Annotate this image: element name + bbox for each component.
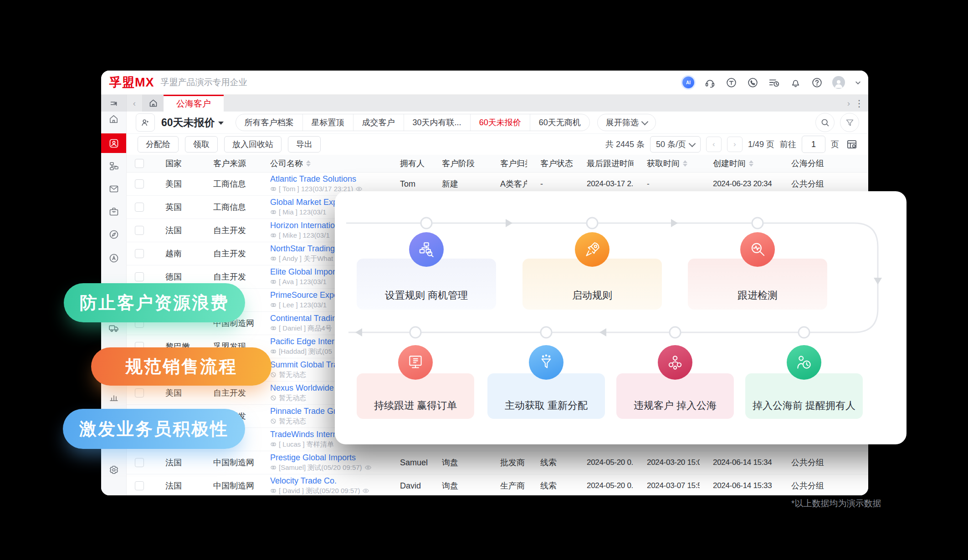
view-switch-button[interactable]	[136, 113, 155, 132]
company-activity: [ Andy ] 关于What	[270, 255, 333, 263]
sidebar-collapse-icon[interactable]	[101, 95, 127, 112]
company-link[interactable]: Prestige Global Imports	[270, 453, 356, 463]
chevron-down-icon[interactable]	[855, 76, 861, 88]
table-row[interactable]: 法国中国制造网Prestige Global Imports[Samuel] 测…	[127, 451, 868, 474]
tab-back-icon[interactable]: ‹	[127, 95, 143, 112]
rules-flow-panel: 设置规则 商机管理启动规则跟进检测持续跟进 赢得订单主动获取 重新分配违规客户 …	[335, 191, 907, 444]
sidebar-item-home[interactable]	[108, 113, 120, 125]
tab-public-sea-customers[interactable]: 公海客户	[164, 95, 224, 112]
row-checkbox[interactable]	[135, 179, 144, 188]
translate-icon[interactable]	[725, 76, 737, 88]
sidebar-item-mail-icon[interactable]	[108, 183, 120, 195]
column-header: 客户阶段	[429, 158, 487, 169]
headset-icon[interactable]	[704, 76, 716, 88]
link-icon	[270, 186, 277, 192]
row-checkbox[interactable]	[135, 388, 144, 397]
company-link[interactable]: NorthStar Trading C	[270, 244, 343, 254]
bell-icon[interactable]	[789, 76, 801, 88]
next-page-button[interactable]: ›	[727, 137, 743, 152]
benefit-pill-blue: 激发业务员积极性	[63, 409, 245, 449]
view-title-dropdown[interactable]: 60天未报价	[161, 116, 224, 130]
row-checkbox[interactable]	[135, 249, 144, 258]
recycle-bin-button[interactable]: 放入回收站	[224, 136, 282, 153]
avatar[interactable]	[832, 76, 845, 89]
page-size-select[interactable]: 50 条/页	[650, 136, 701, 153]
tab-more-icon[interactable]: ⋮	[855, 99, 864, 108]
sidebar-item-compass-icon[interactable]	[108, 229, 120, 240]
column-label: 客户来源	[213, 158, 246, 169]
sidebar-item-customers[interactable]	[101, 133, 126, 153]
no-activity-icon	[270, 372, 277, 378]
row-checkbox[interactable]	[135, 458, 144, 467]
company-link[interactable]: Pacific Edge Interna	[270, 337, 343, 346]
select-all-checkbox[interactable]	[135, 159, 144, 168]
company-activity: 暂无动态	[270, 417, 306, 425]
search-button[interactable]	[815, 113, 835, 132]
ai-assistant-icon[interactable]: AI	[682, 76, 694, 88]
cell-stage: 新建	[429, 178, 487, 189]
company-link[interactable]: Pinnacle Trade Gro	[270, 407, 341, 416]
eye-icon[interactable]	[364, 464, 372, 471]
sidebar-item-org-icon[interactable]	[108, 160, 120, 172]
cell-stage: 询盘	[429, 480, 487, 491]
assign-to-button[interactable]: 分配给	[138, 136, 179, 153]
company-link[interactable]: Velocity Trade Co.	[270, 477, 337, 486]
filter-tab-60天无商机[interactable]: 60天无商机	[530, 114, 589, 131]
filter-tab-成交客户[interactable]: 成交客户	[353, 114, 404, 131]
row-checkbox[interactable]	[135, 272, 144, 281]
company-link[interactable]: Global Market Expo	[270, 198, 342, 207]
goto-page-input[interactable]	[802, 136, 825, 153]
claim-button[interactable]: 领取	[185, 136, 218, 153]
filter-tab-所有客户档案[interactable]: 所有客户档案	[236, 114, 303, 131]
eye-icon[interactable]	[362, 487, 369, 494]
flow-step-card: 启动规则	[522, 259, 662, 310]
sidebar-item-ai-icon[interactable]	[108, 252, 120, 264]
expand-filter-button[interactable]: 展开筛选	[597, 114, 656, 131]
column-settings-icon[interactable]	[845, 137, 859, 152]
company-link[interactable]: PrimeSource Export	[270, 291, 343, 300]
whatsapp-icon[interactable]	[747, 76, 758, 88]
sort-icon[interactable]	[683, 160, 687, 167]
tab-forward-icon[interactable]: ›	[847, 98, 850, 108]
activity-text: 暂无动态	[279, 371, 306, 379]
company-activity: [Samuel] 测试(05/20 09:57)	[270, 464, 372, 472]
no-activity-icon	[270, 395, 277, 401]
company-link[interactable]: TradeWinds Interna	[270, 430, 342, 439]
prev-page-button[interactable]: ‹	[706, 137, 722, 152]
row-checkbox[interactable]	[135, 481, 144, 490]
company-link[interactable]: Elite Global Imports	[270, 268, 342, 277]
filter-tab-60天未报价[interactable]: 60天未报价	[471, 114, 530, 131]
sidebar-item-briefcase-icon[interactable]	[108, 206, 120, 218]
export-button[interactable]: 导出	[288, 136, 321, 153]
sidebar-item-settings-icon[interactable]	[108, 464, 120, 476]
cell-owner: Samuel	[387, 458, 429, 468]
filter-tab-30天内有联...[interactable]: 30天内有联...	[404, 114, 471, 131]
link-icon	[270, 441, 277, 448]
sidebar-item-report-icon[interactable]	[108, 391, 120, 403]
column-header: 公海分组	[778, 158, 868, 169]
cell-country: 美国	[152, 178, 200, 189]
company-link[interactable]: Nexus Worldwide E	[270, 384, 342, 393]
row-checkbox[interactable]	[135, 226, 144, 235]
table-row[interactable]: 法国中国制造网Velocity Trade Co.[ David ] 测试(05…	[127, 474, 868, 495]
filter-tab-星标置顶[interactable]: 星标置顶	[303, 114, 353, 131]
app-logo: 孚盟MX	[109, 74, 154, 91]
column-header: 获取时间	[634, 158, 700, 169]
column-header: 创建时间	[700, 158, 778, 169]
activity-text: [ Lee ] 123(03/1	[279, 301, 327, 309]
row-checkbox[interactable]	[135, 203, 144, 212]
company-link[interactable]: Horizon Internationa	[270, 221, 344, 230]
column-label: 国家	[165, 158, 182, 169]
company-link[interactable]: Continental Trading	[270, 314, 341, 323]
help-icon[interactable]	[811, 76, 823, 88]
follow-list-icon[interactable]	[768, 76, 780, 88]
company-activity: [ Mike ] 123(03/1	[270, 232, 330, 239]
company-link[interactable]: Summit Global Trad	[270, 361, 343, 370]
home-tab-icon[interactable]	[143, 95, 164, 112]
company-link[interactable]: Atlantic Trade Solutions	[270, 175, 356, 184]
sidebar-item-logistics-icon[interactable]	[108, 322, 120, 334]
sort-icon[interactable]	[749, 160, 753, 167]
column-header: 最后跟进时间	[574, 158, 634, 169]
filter-button[interactable]	[840, 113, 859, 132]
sort-icon[interactable]	[306, 160, 311, 167]
